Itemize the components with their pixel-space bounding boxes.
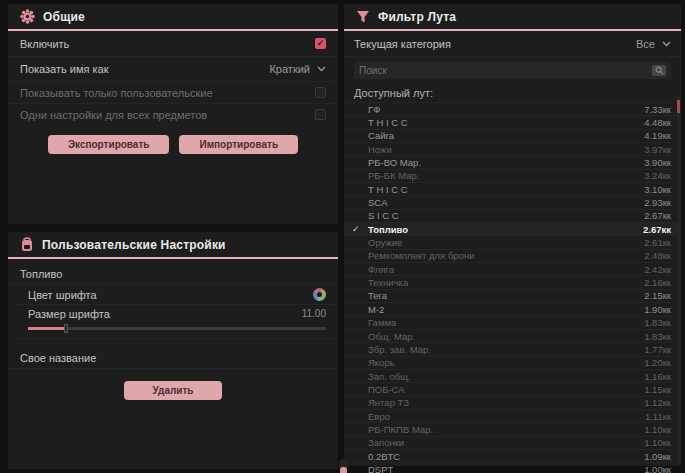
loot-item-value: 1.16кк — [644, 371, 671, 382]
import-export-row: Экспортировать Импортировать — [8, 135, 338, 154]
loot-item-value: 2.93кк — [644, 197, 671, 208]
only-custom-row: Показывать только пользовательские — [8, 82, 338, 104]
loot-item-value: 2.67кк — [643, 224, 671, 235]
general-panel-header: Общие — [8, 4, 338, 29]
enable-row: Включить ✓ — [8, 31, 338, 57]
list-item[interactable]: Евро1.11кк — [344, 410, 681, 423]
search-icon[interactable] — [652, 65, 666, 76]
same-settings-checkbox[interactable] — [315, 109, 326, 120]
loot-list: ГФ7.33ккТ Н I С С4.48ккСайга4.19ккНожи3.… — [344, 102, 681, 473]
list-item[interactable]: ГФ7.33кк — [344, 103, 681, 116]
list-item[interactable]: ПОБ-СА1.15кк — [344, 383, 681, 396]
loot-item-name: Сайга — [368, 130, 394, 141]
same-settings-row: Одни настройки для всех предметов — [8, 104, 338, 125]
list-item[interactable]: Якорь1.20кк — [344, 357, 681, 370]
loot-item-name: DSPT — [368, 464, 393, 473]
font-size-slider[interactable] — [28, 327, 326, 330]
enable-label: Включить — [20, 38, 69, 50]
list-item[interactable]: Збр. зав. Мар.1.77кк — [344, 343, 681, 356]
user-settings-title: Пользовательские Настройки — [42, 238, 226, 252]
loot-item-name: 0.2BTC — [368, 451, 400, 462]
loot-item-value: 3.10кк — [644, 184, 671, 195]
loot-item-value: 4.48кк — [644, 117, 671, 128]
available-loot-label: Доступный лут: — [344, 83, 681, 102]
export-button[interactable]: Экспортировать — [48, 135, 170, 154]
funnel-icon — [356, 10, 370, 24]
font-color-row: Цвет шрифта — [16, 285, 338, 305]
backpack-icon — [20, 237, 34, 252]
list-item[interactable]: Фляга2.42кк — [344, 263, 681, 276]
loot-item-value: 1.10кк — [644, 424, 671, 435]
only-custom-checkbox[interactable] — [315, 87, 326, 98]
list-item[interactable]: Сайга4.19кк — [344, 130, 681, 143]
list-item[interactable]: Гамма1.83кк — [344, 317, 681, 330]
loot-item-name: ПОБ-СА — [368, 384, 405, 395]
loot-item-name: Якорь — [368, 357, 395, 368]
loot-item-name: ГФ — [368, 104, 380, 115]
general-panel: Общие Включить ✓ Показать имя как Кратки… — [8, 4, 338, 224]
loot-item-value: 4.19кк — [644, 130, 671, 141]
check-icon: ✓ — [352, 223, 360, 236]
list-item[interactable]: Т Н I С С4.48кк — [344, 116, 681, 129]
loot-item-name: SCA — [368, 197, 388, 208]
list-item[interactable]: Тега2.15кк — [344, 290, 681, 303]
enable-checkbox[interactable]: ✓ — [315, 38, 326, 49]
loot-item-value: 1.20кк — [644, 357, 671, 368]
chevron-down-icon — [662, 41, 671, 47]
loot-filter-header: Фильтр Лута — [344, 4, 681, 29]
custom-name-input[interactable] — [104, 352, 326, 364]
loot-item-value: 2.16кк — [644, 277, 671, 288]
show-name-label: Показать имя как — [20, 63, 109, 75]
list-item[interactable]: Т Н I С С3.10кк — [344, 183, 681, 196]
list-item[interactable]: РБ-ВО Мар.3.90кк — [344, 156, 681, 169]
loot-item-name: Зап. общ. — [368, 371, 411, 382]
loot-list-scrollbar-thumb[interactable] — [677, 100, 680, 113]
loot-item-name: Техничка — [368, 277, 408, 288]
search-input[interactable] — [359, 65, 652, 76]
loot-item-name: Збр. зав. Мар. — [368, 344, 431, 355]
list-item[interactable]: DSPT1.00кк — [344, 463, 681, 473]
loot-item-value: 2.67кк — [644, 210, 671, 221]
list-item[interactable]: S I С С2.67кк — [344, 210, 681, 223]
show-name-dropdown[interactable]: Краткий — [269, 63, 326, 75]
category-label: Текущая категория — [354, 38, 451, 50]
loot-item-name: Ремкомплект для брони — [368, 250, 474, 261]
loot-filter-title: Фильтр Лута — [378, 10, 456, 24]
category-dropdown[interactable]: Все — [636, 38, 671, 50]
color-wheel-icon[interactable] — [313, 288, 326, 301]
list-item[interactable]: Ножи3.97кк — [344, 143, 681, 156]
list-item[interactable]: Общ. Мар.1.83кк — [344, 330, 681, 343]
show-name-dropdown-value: Краткий — [269, 63, 310, 75]
list-item[interactable]: Зап. общ.1.16кк — [344, 370, 681, 383]
list-item[interactable]: Запонки1.10кк — [344, 437, 681, 450]
list-item[interactable]: Оружие2.61кк — [344, 236, 681, 249]
loot-item-name: Ножи — [368, 144, 392, 155]
list-item[interactable]: ✓Топливо2.67кк — [344, 223, 681, 236]
font-size-slider-thumb[interactable] — [64, 324, 68, 333]
loot-item-value: 2.48кк — [644, 250, 671, 261]
delete-button[interactable]: Удалить — [124, 381, 221, 400]
loot-item-name: Общ. Мар. — [368, 331, 415, 342]
loot-item-name: РБ-БК Мар. — [368, 170, 419, 181]
loot-item-value: 7.33кк — [644, 104, 671, 115]
list-item[interactable]: Ремкомплект для брони2.48кк — [344, 250, 681, 263]
only-custom-label: Показывать только пользовательские — [20, 87, 213, 99]
loot-item-name: М-2 — [368, 304, 384, 315]
loot-item-name: Т Н I С С — [368, 184, 408, 195]
list-item[interactable]: РБ-ПКПВ Мар.1.10кк — [344, 423, 681, 436]
loot-list-scrollbar-track[interactable] — [677, 97, 680, 464]
selected-item-name: Топливо — [20, 268, 62, 280]
loot-item-value: 1.90кк — [644, 304, 671, 315]
list-item[interactable]: Янтар ТЗ1.12кк — [344, 397, 681, 410]
custom-name-label: Свое название — [20, 352, 96, 364]
list-item[interactable]: SCA2.93кк — [344, 196, 681, 209]
loot-item-name: S I С С — [368, 210, 399, 221]
loot-item-name: Т Н I С С — [368, 117, 408, 128]
user-settings-header: Пользовательские Настройки — [8, 232, 338, 257]
list-item[interactable]: Техничка2.16кк — [344, 276, 681, 289]
import-button[interactable]: Импортировать — [179, 135, 298, 154]
list-item[interactable]: РБ-БК Мар.3.24кк — [344, 170, 681, 183]
font-size-slider-wrap — [16, 322, 338, 339]
list-item[interactable]: 0.2BTC1.09кк — [344, 450, 681, 463]
list-item[interactable]: М-21.90кк — [344, 303, 681, 316]
